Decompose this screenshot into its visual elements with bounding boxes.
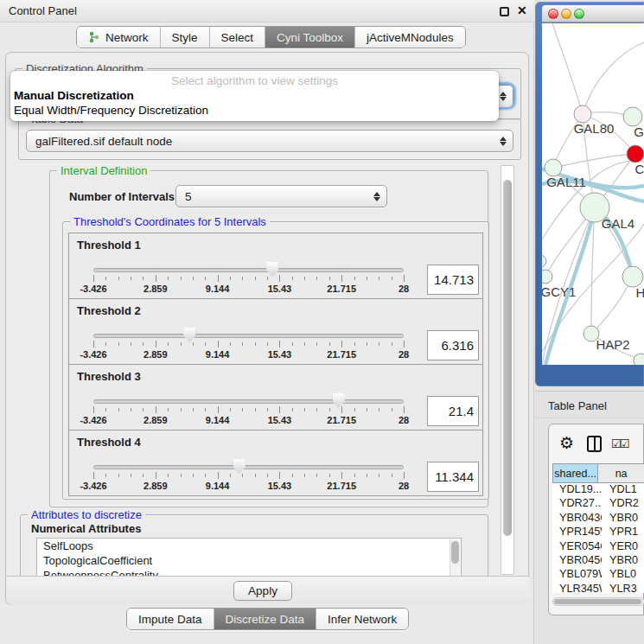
group-title: Interval Definition (57, 164, 150, 177)
tick-mark (205, 277, 206, 280)
tab-network[interactable]: Network (77, 27, 161, 48)
network-node[interactable] (542, 255, 546, 267)
combobox-value: 5 (185, 190, 192, 203)
cell-name: YPR1 (602, 526, 644, 539)
node-label: GCY1 (542, 284, 576, 299)
network-node[interactable] (574, 105, 591, 123)
tab-infer-network[interactable]: Infer Network (316, 609, 408, 629)
tick-mark (93, 472, 94, 479)
network-node[interactable] (623, 107, 642, 126)
slider-track[interactable] (93, 465, 404, 469)
tab-jactivemnodules[interactable]: jActiveMNodules (355, 27, 465, 48)
list-item[interactable]: SelfLoops (37, 539, 461, 553)
threshold-value-field[interactable]: 14.713 (427, 265, 479, 295)
tick-mark (279, 275, 280, 282)
tick-label: -3.426 (80, 349, 106, 360)
tab-cyni-toolbox[interactable]: Cyni Toolbox (265, 27, 355, 48)
table-row[interactable]: YBR045CYBR0 (552, 554, 644, 568)
tick-mark (93, 275, 94, 282)
checkboxes-icon[interactable]: ☑☑ (611, 437, 628, 450)
slider-track[interactable] (93, 268, 404, 272)
slider-track[interactable] (93, 399, 404, 404)
slider-track[interactable] (93, 334, 404, 338)
list-items: SelfLoopsTopologicalCoefficientBetweenne… (37, 539, 461, 577)
tick-mark (316, 408, 317, 411)
scrollbar-thumb[interactable] (554, 599, 641, 604)
scrollbar-thumb[interactable] (503, 180, 512, 536)
table-row[interactable]: YDL19...YDL1 (552, 483, 644, 497)
network-node[interactable] (634, 354, 644, 365)
table-row[interactable]: YBR043CYBR0 (552, 512, 644, 526)
tick-mark (143, 474, 143, 477)
threshold-label: Threshold 1 (77, 239, 141, 252)
gear-icon[interactable]: ⚙ (559, 433, 574, 453)
split-columns-icon[interactable] (587, 436, 602, 452)
slider-tick-labels: -3.4262.8599.14415.4321.71528 (93, 481, 404, 491)
tick-mark (354, 408, 355, 411)
network-node[interactable] (622, 266, 643, 287)
panel-scrollbar[interactable] (501, 165, 514, 575)
table-data-combobox[interactable]: galFiltered.sif default node (26, 130, 513, 152)
popup-option-equal-width-frequency[interactable]: Equal Width/Frequency Discretization (14, 104, 208, 117)
float-window-icon[interactable] (500, 7, 509, 16)
column-header-shared-name[interactable]: shared... (552, 463, 598, 483)
list-item[interactable]: TopologicalCoefficient (37, 553, 461, 568)
network-icon (88, 31, 100, 43)
table-row[interactable]: YDR27...YDR2 (552, 497, 644, 511)
network-node[interactable] (627, 145, 644, 163)
threshold-value-field[interactable]: 6.316 (427, 330, 479, 360)
tick-mark (156, 275, 156, 282)
close-traffic-light[interactable] (548, 9, 558, 19)
tab-impute-data[interactable]: Impute Data (127, 609, 214, 629)
tick-mark (367, 408, 367, 411)
tick-mark (279, 406, 280, 413)
tick-mark (255, 277, 256, 280)
tab-style[interactable]: Style (161, 27, 210, 48)
zoom-traffic-light[interactable] (574, 9, 584, 19)
popup-option-manual-discretization[interactable]: Manual Discretization (14, 89, 134, 102)
table-toolbar: ⚙ ☑☑ (549, 424, 643, 462)
tick-mark (93, 341, 94, 348)
tick-mark (118, 408, 119, 411)
tick-mark (205, 474, 206, 477)
close-window-icon[interactable]: ✕ (517, 3, 527, 17)
network-canvas[interactable]: GAL80GCGAL11GAL4GCY1HHAP2 (542, 23, 644, 365)
numerical-attributes-list[interactable]: SelfLoopsTopologicalCoefficientBetweenne… (36, 538, 462, 577)
threshold-value-field[interactable]: 11.344 (427, 462, 479, 492)
table-row[interactable]: YLR345WYLR3 (552, 583, 644, 593)
minimize-traffic-light[interactable] (561, 9, 571, 19)
tick-mark (341, 275, 342, 282)
combobox-value: galFiltered.sif default node (35, 135, 172, 148)
tick-mark (341, 472, 342, 479)
network-node[interactable] (542, 270, 552, 284)
tab-label: Infer Network (328, 613, 397, 626)
table-row[interactable]: YER054CYER0 (552, 540, 644, 554)
column-header-name[interactable]: na (598, 463, 644, 483)
cell-shared-name: YER054C (552, 540, 602, 554)
cell-name: YDR2 (602, 497, 644, 511)
tick-mark (105, 474, 106, 477)
network-node[interactable] (545, 159, 562, 176)
interval-definition-group: Interval Definition Number of Intervals … (49, 170, 488, 507)
tick-mark (354, 474, 355, 477)
table-horizontal-scrollbar[interactable] (552, 597, 644, 606)
tick-mark (267, 408, 268, 411)
tick-mark (316, 474, 317, 477)
tick-mark (143, 277, 143, 280)
tab-discretize-data[interactable]: Discretize Data (214, 609, 317, 629)
tick-mark (242, 342, 243, 346)
number-of-intervals-combobox[interactable]: 5 (175, 185, 387, 207)
list-scrollbar[interactable] (450, 539, 460, 577)
tick-mark (304, 408, 305, 411)
tab-label: Style (172, 31, 198, 44)
tick-mark (242, 408, 243, 411)
scrollbar-thumb[interactable] (451, 541, 459, 564)
attributes-group: Attributes to discretize Numerical Attri… (20, 514, 488, 577)
table-row[interactable]: YPR145WYPR1 (552, 526, 644, 539)
tab-select[interactable]: Select (210, 27, 266, 48)
tab-label: jActiveMNodules (367, 31, 454, 44)
bottom-tab-bar: Impute Data Discretize Data Infer Networ… (126, 608, 409, 630)
threshold-value-field[interactable]: 21.4 (427, 396, 479, 426)
table-row[interactable]: YBL079WYBL0 (552, 568, 644, 582)
apply-button[interactable]: Apply (233, 581, 292, 601)
